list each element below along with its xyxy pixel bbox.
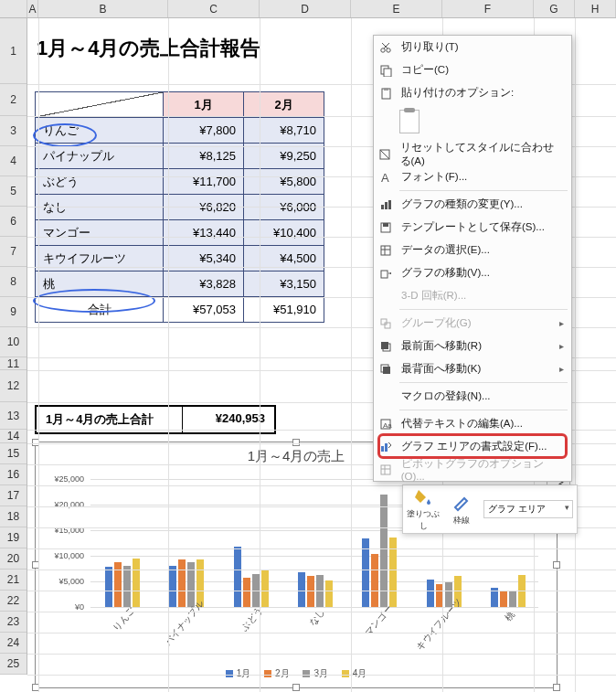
menu-label: テンプレートとして保存(S)... <box>401 220 545 234</box>
row-header[interactable]: 9 <box>0 297 27 327</box>
row-header[interactable]: 16 <box>0 464 27 485</box>
cell[interactable]: ¥7,800 <box>164 118 244 144</box>
menu-label: 貼り付けのオプション: <box>401 86 514 100</box>
cell[interactable]: ¥8,710 <box>244 118 324 144</box>
row-header[interactable]: 19 <box>0 527 27 548</box>
row-header[interactable]: 17 <box>0 485 27 506</box>
footer-val-2: ¥51,910 <box>244 297 324 323</box>
table-row[interactable]: りんご¥7,800¥8,710 <box>36 118 324 144</box>
bar[interactable] <box>325 580 333 607</box>
menu-alt-text[interactable]: Aa代替テキストの編集(A)... <box>374 412 571 435</box>
menu-format-chart-area[interactable]: グラフ エリアの書式設定(F)... <box>374 435 571 458</box>
row-header[interactable]: 12 <box>0 370 27 402</box>
col-header-2[interactable]: 2月 <box>244 92 324 118</box>
svg-rect-9 <box>381 205 384 209</box>
bar[interactable] <box>178 559 186 607</box>
chart-mini-toolbar[interactable]: 塗りつぶし 枠線 グラフ エリア <box>402 484 578 534</box>
fill-button[interactable]: 塗りつぶし <box>407 486 440 532</box>
row-header[interactable]: 24 <box>0 633 27 654</box>
row-header[interactable]: 25 <box>0 654 27 675</box>
row-header[interactable]: 14 <box>0 430 27 443</box>
menu-save-template[interactable]: テンプレートとして保存(S)... <box>374 216 571 239</box>
menu-label: マクロの登録(N)... <box>401 389 491 403</box>
table-row[interactable]: ぶどう¥11,700¥5,800 <box>36 169 324 195</box>
pivot-icon <box>377 462 394 478</box>
bar[interactable] <box>307 576 314 607</box>
row-headers[interactable]: 1234567891011121314151617181920212223242… <box>0 18 27 675</box>
menu-font[interactable]: Aフォント(F)... <box>374 165 571 188</box>
table-row[interactable]: マンゴー¥13,440¥10,400 <box>36 220 324 246</box>
row-label: りんご <box>36 118 164 144</box>
chart-legend[interactable]: 1月 2月 3月 4月 <box>36 667 557 680</box>
cell[interactable]: ¥13,440 <box>164 220 244 246</box>
svg-rect-25 <box>385 443 388 452</box>
svg-text:Aa: Aa <box>383 421 392 430</box>
row-header[interactable]: 4 <box>0 146 27 176</box>
menu-assign-macro[interactable]: マクロの登録(N)... <box>374 385 571 408</box>
row-header[interactable]: 23 <box>0 612 27 633</box>
cell[interactable]: ¥11,700 <box>164 169 244 195</box>
cell[interactable]: ¥3,150 <box>244 271 324 297</box>
context-menu[interactable]: 切り取り(T)コピー(C)貼り付けのオプション:リセットしてスタイルに合わせる(… <box>373 35 572 482</box>
svg-rect-17 <box>385 323 390 328</box>
row-header[interactable]: 13 <box>0 402 27 430</box>
front-icon <box>377 338 394 355</box>
bar[interactable] <box>169 566 176 608</box>
format-icon <box>377 439 394 455</box>
bar[interactable] <box>234 547 241 607</box>
menu-group: グループ化(G) <box>374 312 571 335</box>
row-header[interactable]: 1 <box>0 18 27 84</box>
bar[interactable] <box>509 591 516 607</box>
bar[interactable] <box>298 572 305 607</box>
row-header[interactable]: 7 <box>0 237 27 267</box>
blank-icon <box>377 288 394 304</box>
menu-copy[interactable]: コピー(C) <box>374 59 571 81</box>
menu-select-data[interactable]: データの選択(E)... <box>374 239 571 261</box>
menu-move-chart[interactable]: グラフの移動(V)... <box>374 261 571 284</box>
row-header[interactable]: 22 <box>0 591 27 612</box>
row-header[interactable]: 6 <box>0 207 27 237</box>
row-header[interactable]: 3 <box>0 116 27 146</box>
menu-cut[interactable]: 切り取り(T) <box>374 36 571 59</box>
row-header[interactable]: 20 <box>0 548 27 570</box>
row-header[interactable]: 5 <box>0 176 27 207</box>
bar[interactable] <box>371 554 378 607</box>
bar[interactable] <box>427 580 434 607</box>
row-header[interactable]: 21 <box>0 570 27 591</box>
move-icon <box>377 265 394 282</box>
table-row[interactable]: 桃¥3,828¥3,150 <box>36 271 324 297</box>
menu-label: 最背面へ移動(K) <box>401 362 481 376</box>
svg-rect-4 <box>384 69 391 77</box>
row-header[interactable]: 10 <box>0 327 27 357</box>
row-header[interactable]: 2 <box>0 84 27 116</box>
bar[interactable] <box>133 559 140 607</box>
bar[interactable] <box>123 566 131 607</box>
row-header[interactable]: 15 <box>0 443 27 464</box>
outline-button[interactable]: 枠線 <box>445 493 478 527</box>
column-headers[interactable]: A B C D E F G H <box>0 0 616 18</box>
menu-paste-keep-source[interactable] <box>374 104 571 143</box>
col-header-1[interactable]: 1月 <box>164 92 244 118</box>
cell[interactable]: ¥5,800 <box>244 169 324 195</box>
bar[interactable] <box>105 567 112 607</box>
menu-bring-front[interactable]: 最前面へ移動(R) <box>374 335 571 357</box>
copy-icon <box>377 62 394 79</box>
bar[interactable] <box>261 570 269 607</box>
menu-send-back[interactable]: 最背面へ移動(K) <box>374 357 571 380</box>
chart-yaxis: ¥0¥5,000¥10,000¥15,000¥20,000¥25,000 <box>36 479 86 607</box>
save-icon <box>377 219 394 236</box>
bar[interactable] <box>500 591 507 607</box>
bar[interactable] <box>243 578 250 607</box>
menu-reset-style[interactable]: リセットしてスタイルに合わせる(A) <box>374 143 571 165</box>
menu-change-chart-type[interactable]: グラフの種類の変更(Y)... <box>374 193 571 216</box>
cell[interactable]: ¥3,828 <box>164 271 244 297</box>
svg-rect-16 <box>381 319 387 325</box>
menu-paste-options[interactable]: 貼り付けのオプション: <box>374 81 571 104</box>
svg-text:A: A <box>381 171 389 184</box>
cell[interactable]: ¥10,400 <box>244 220 324 246</box>
row-header[interactable]: 18 <box>0 506 27 527</box>
total-label: 1月～4月の売上合計 <box>37 407 183 432</box>
row-header[interactable]: 8 <box>0 267 27 297</box>
row-header[interactable]: 11 <box>0 357 27 370</box>
chart-element-selector[interactable]: グラフ エリア <box>483 500 573 518</box>
